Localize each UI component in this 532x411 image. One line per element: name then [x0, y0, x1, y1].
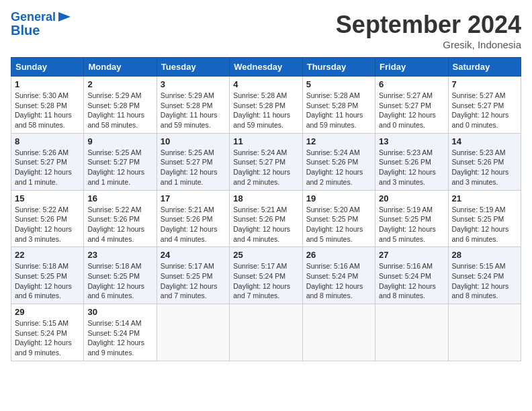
day-number: 27	[379, 250, 444, 260]
cell-info: Sunrise: 5:19 AM Sunset: 5:25 PM Dayligh…	[452, 205, 517, 244]
table-row: 19 Sunrise: 5:20 AM Sunset: 5:25 PM Dayl…	[302, 190, 375, 247]
header-wednesday: Wednesday	[230, 58, 302, 77]
table-row: 3 Sunrise: 5:29 AM Sunset: 5:28 PM Dayli…	[157, 77, 229, 134]
header-tuesday: Tuesday	[157, 58, 229, 77]
table-row: 24 Sunrise: 5:17 AM Sunset: 5:25 PM Dayl…	[157, 247, 229, 304]
table-row: 13 Sunrise: 5:23 AM Sunset: 5:26 PM Dayl…	[375, 133, 448, 190]
day-number: 25	[233, 250, 298, 260]
day-number: 29	[15, 307, 80, 317]
table-row: 27 Sunrise: 5:16 AM Sunset: 5:24 PM Dayl…	[375, 247, 448, 304]
table-row: 16 Sunrise: 5:22 AM Sunset: 5:26 PM Dayl…	[84, 190, 157, 247]
header-sunday: Sunday	[11, 58, 84, 77]
day-number: 9	[87, 136, 152, 146]
cell-info: Sunrise: 5:22 AM Sunset: 5:26 PM Dayligh…	[15, 205, 80, 244]
table-row: 17 Sunrise: 5:21 AM Sunset: 5:26 PM Dayl…	[157, 190, 229, 247]
day-number: 30	[87, 307, 152, 317]
table-row: 8 Sunrise: 5:26 AM Sunset: 5:27 PM Dayli…	[11, 133, 84, 190]
table-row	[302, 304, 375, 361]
cell-info: Sunrise: 5:23 AM Sunset: 5:26 PM Dayligh…	[452, 148, 517, 187]
cell-info: Sunrise: 5:24 AM Sunset: 5:26 PM Dayligh…	[306, 148, 371, 187]
table-row: 6 Sunrise: 5:27 AM Sunset: 5:27 PM Dayli…	[375, 77, 448, 134]
table-row: 23 Sunrise: 5:18 AM Sunset: 5:25 PM Dayl…	[84, 247, 157, 304]
table-row: 25 Sunrise: 5:17 AM Sunset: 5:24 PM Dayl…	[230, 247, 302, 304]
cell-info: Sunrise: 5:30 AM Sunset: 5:28 PM Dayligh…	[15, 91, 80, 130]
table-row: 10 Sunrise: 5:25 AM Sunset: 5:27 PM Dayl…	[157, 133, 229, 190]
cell-info: Sunrise: 5:22 AM Sunset: 5:26 PM Dayligh…	[87, 205, 152, 244]
cell-info: Sunrise: 5:17 AM Sunset: 5:24 PM Dayligh…	[233, 261, 298, 301]
header-monday: Monday	[84, 58, 157, 77]
table-row	[448, 304, 521, 361]
header-saturday: Saturday	[448, 58, 521, 77]
day-number: 10	[161, 136, 226, 146]
logo-blue-text: Blue	[11, 23, 40, 38]
title-block: September 2024 Gresik, Indonesia	[336, 11, 521, 50]
cell-info: Sunrise: 5:25 AM Sunset: 5:27 PM Dayligh…	[87, 148, 152, 187]
day-number: 11	[233, 136, 298, 146]
table-row	[375, 304, 448, 361]
day-number: 12	[306, 136, 371, 146]
day-number: 20	[379, 193, 444, 203]
cell-info: Sunrise: 5:26 AM Sunset: 5:27 PM Dayligh…	[15, 148, 80, 187]
logo-bird-icon	[58, 12, 71, 21]
day-number: 26	[306, 250, 371, 260]
svg-marker-0	[58, 12, 71, 21]
cell-info: Sunrise: 5:19 AM Sunset: 5:25 PM Dayligh…	[379, 205, 444, 244]
calendar-week-row: 15 Sunrise: 5:22 AM Sunset: 5:26 PM Dayl…	[11, 190, 521, 247]
day-number: 24	[161, 250, 226, 260]
table-row: 14 Sunrise: 5:23 AM Sunset: 5:26 PM Dayl…	[448, 133, 521, 190]
day-number: 2	[87, 79, 152, 89]
cell-info: Sunrise: 5:18 AM Sunset: 5:25 PM Dayligh…	[15, 261, 80, 301]
day-number: 15	[15, 193, 80, 203]
day-number: 22	[15, 250, 80, 260]
cell-info: Sunrise: 5:17 AM Sunset: 5:25 PM Dayligh…	[161, 261, 226, 301]
day-number: 8	[15, 136, 80, 146]
table-row: 2 Sunrise: 5:29 AM Sunset: 5:28 PM Dayli…	[84, 77, 157, 134]
calendar-week-row: 29 Sunrise: 5:15 AM Sunset: 5:24 PM Dayl…	[11, 304, 521, 361]
cell-info: Sunrise: 5:21 AM Sunset: 5:26 PM Dayligh…	[233, 205, 298, 244]
day-number: 23	[87, 250, 152, 260]
calendar-table: Sunday Monday Tuesday Wednesday Thursday…	[11, 57, 521, 361]
cell-info: Sunrise: 5:16 AM Sunset: 5:24 PM Dayligh…	[379, 261, 444, 301]
day-number: 14	[452, 136, 517, 146]
cell-info: Sunrise: 5:28 AM Sunset: 5:28 PM Dayligh…	[306, 91, 371, 130]
cell-info: Sunrise: 5:27 AM Sunset: 5:27 PM Dayligh…	[452, 91, 517, 130]
location-title: Gresik, Indonesia	[336, 39, 521, 50]
calendar-week-row: 1 Sunrise: 5:30 AM Sunset: 5:28 PM Dayli…	[11, 77, 521, 134]
day-number: 4	[233, 79, 298, 89]
calendar-week-row: 8 Sunrise: 5:26 AM Sunset: 5:27 PM Dayli…	[11, 133, 521, 190]
page-header: General Blue September 2024 Gresik, Indo…	[11, 11, 521, 50]
cell-info: Sunrise: 5:14 AM Sunset: 5:24 PM Dayligh…	[87, 318, 152, 358]
table-row: 18 Sunrise: 5:21 AM Sunset: 5:26 PM Dayl…	[230, 190, 302, 247]
table-row: 30 Sunrise: 5:14 AM Sunset: 5:24 PM Dayl…	[84, 304, 157, 361]
day-number: 28	[452, 250, 517, 260]
calendar-header-row: Sunday Monday Tuesday Wednesday Thursday…	[11, 58, 521, 77]
day-number: 6	[379, 79, 444, 89]
month-title: September 2024	[336, 11, 521, 39]
logo: General Blue	[11, 11, 71, 38]
cell-info: Sunrise: 5:15 AM Sunset: 5:24 PM Dayligh…	[15, 318, 80, 358]
calendar-week-row: 22 Sunrise: 5:18 AM Sunset: 5:25 PM Dayl…	[11, 247, 521, 304]
table-row: 11 Sunrise: 5:24 AM Sunset: 5:27 PM Dayl…	[230, 133, 302, 190]
cell-info: Sunrise: 5:28 AM Sunset: 5:28 PM Dayligh…	[233, 91, 298, 130]
cell-info: Sunrise: 5:21 AM Sunset: 5:26 PM Dayligh…	[161, 205, 226, 244]
table-row: 29 Sunrise: 5:15 AM Sunset: 5:24 PM Dayl…	[11, 304, 84, 361]
cell-info: Sunrise: 5:18 AM Sunset: 5:25 PM Dayligh…	[87, 261, 152, 301]
day-number: 7	[452, 79, 517, 89]
table-row: 12 Sunrise: 5:24 AM Sunset: 5:26 PM Dayl…	[302, 133, 375, 190]
table-row: 1 Sunrise: 5:30 AM Sunset: 5:28 PM Dayli…	[11, 77, 84, 134]
table-row: 28 Sunrise: 5:15 AM Sunset: 5:24 PM Dayl…	[448, 247, 521, 304]
day-number: 18	[233, 193, 298, 203]
header-friday: Friday	[375, 58, 448, 77]
cell-info: Sunrise: 5:29 AM Sunset: 5:28 PM Dayligh…	[87, 91, 152, 130]
table-row: 7 Sunrise: 5:27 AM Sunset: 5:27 PM Dayli…	[448, 77, 521, 134]
cell-info: Sunrise: 5:24 AM Sunset: 5:27 PM Dayligh…	[233, 148, 298, 187]
table-row: 26 Sunrise: 5:16 AM Sunset: 5:24 PM Dayl…	[302, 247, 375, 304]
logo-text: General	[11, 11, 56, 24]
table-row	[157, 304, 229, 361]
day-number: 3	[161, 79, 226, 89]
cell-info: Sunrise: 5:16 AM Sunset: 5:24 PM Dayligh…	[306, 261, 371, 301]
table-row: 9 Sunrise: 5:25 AM Sunset: 5:27 PM Dayli…	[84, 133, 157, 190]
table-row: 4 Sunrise: 5:28 AM Sunset: 5:28 PM Dayli…	[230, 77, 302, 134]
cell-info: Sunrise: 5:27 AM Sunset: 5:27 PM Dayligh…	[379, 91, 444, 130]
table-row: 22 Sunrise: 5:18 AM Sunset: 5:25 PM Dayl…	[11, 247, 84, 304]
